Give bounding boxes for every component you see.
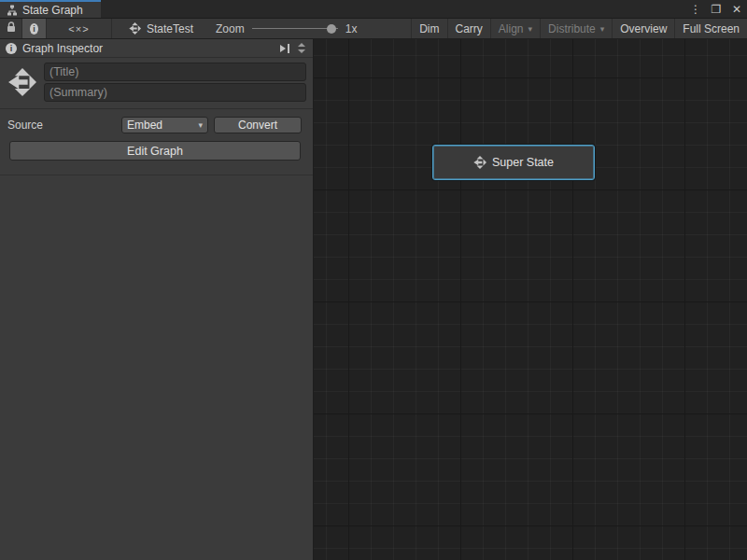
tab-state-graph[interactable]: State Graph [0,0,101,18]
source-dropdown[interactable]: Embed ▾ [121,117,208,133]
align-button[interactable]: Align ▾ [490,19,540,38]
source-row: Source Embed ▾ Convert [0,109,313,133]
graph-tree-icon [7,5,18,16]
tab-label: State Graph [22,4,83,17]
graph-toolbar: i <×> StateTest Zoom 1x Dim Carry Align … [0,19,747,39]
window-controls: ⋮ ❐ ✕ [689,0,743,19]
zoom-slider-thumb[interactable] [327,24,336,34]
toolbar-right-group: Dim Carry Align ▾ Distribute ▾ Overview … [411,19,747,38]
source-value: Embed [127,119,162,132]
graph-fields [44,63,306,102]
node-label: Super State [492,156,554,169]
toolbar-left-group: i <×> [0,19,112,38]
graph-summary-input[interactable] [44,83,306,102]
info-icon: i [6,43,17,54]
graph-title-input[interactable] [44,63,306,81]
super-state-node[interactable]: Super State [432,145,595,180]
align-label: Align [499,22,524,35]
tab-strip: State Graph ⋮ ❐ ✕ [0,0,747,19]
graph-meta-section [0,58,313,109]
edit-graph-button[interactable]: Edit Graph [9,141,301,161]
convert-button[interactable]: Convert [214,117,302,133]
inspector-empty-area [0,175,313,560]
distribute-label: Distribute [548,22,596,35]
zoom-label: Zoom [216,22,245,35]
window-menu-icon[interactable]: ⋮ [689,3,702,16]
lock-button[interactable] [0,19,22,38]
maximize-icon[interactable]: ❐ [710,3,723,16]
zoom-value: 1x [345,22,358,35]
overview-button[interactable]: Overview [612,19,674,38]
chevron-down-icon: ▾ [198,120,203,130]
chevron-down-icon: ▾ [529,24,533,34]
graph-breadcrumb[interactable]: StateTest [120,19,203,38]
info-icon: i [30,23,38,35]
edit-graph-row: Edit Graph [0,133,313,161]
close-icon[interactable]: ✕ [730,3,743,16]
code-preview-button[interactable]: <×> [47,19,112,38]
distribute-button[interactable]: Distribute ▾ [540,19,612,38]
carry-button[interactable]: Carry [447,19,490,38]
lock-icon [7,21,16,35]
dock-panel-icon[interactable] [280,44,289,53]
state-graph-icon [7,63,38,102]
source-label: Source [7,119,116,132]
chevron-down-icon [298,49,305,53]
zoom-slider-track [252,28,338,29]
inspector-header: i Graph Inspector [0,39,313,58]
chevron-up-icon [298,43,305,47]
full-screen-button[interactable]: Full Screen [674,19,747,38]
state-graph-icon [129,22,141,35]
unity-window: State Graph ⋮ ❐ ✕ i <×> StateTest [0,0,747,560]
graph-inspector-panel: i Graph Inspector Source E [0,39,314,560]
inspector-toggle-button[interactable]: i [22,19,47,38]
zoom-control: Zoom 1x [216,19,357,38]
graph-canvas[interactable]: Super State [314,39,747,560]
panel-stepper[interactable] [296,43,307,53]
dim-button[interactable]: Dim [411,19,446,38]
chevron-down-icon: ▾ [600,24,605,34]
zoom-slider[interactable] [252,19,338,39]
state-graph-icon [473,156,486,169]
inspector-title: Graph Inspector [22,42,103,55]
inspector-header-controls [280,43,307,53]
graph-name: StateTest [147,22,193,35]
main-area: i Graph Inspector Source E [0,39,747,560]
